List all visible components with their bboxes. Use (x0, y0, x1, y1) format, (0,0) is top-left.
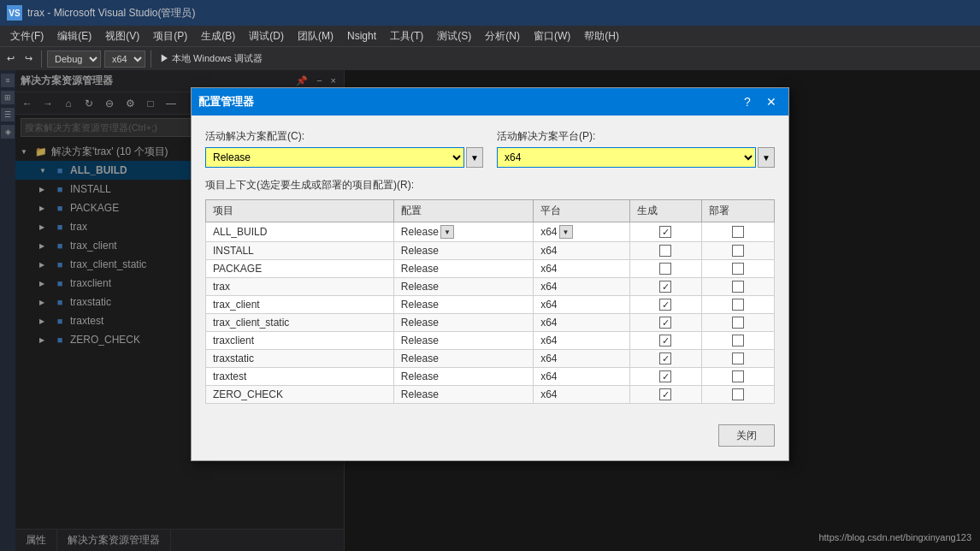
config-with-dropdown: Release▼ (401, 225, 526, 239)
active-platform-select[interactable]: x64 (497, 147, 756, 168)
deploy-checkbox[interactable] (732, 388, 744, 400)
cell-build (629, 296, 702, 314)
deploy-checkbox[interactable] (732, 245, 744, 257)
cell-deploy (702, 242, 775, 260)
platform-dropdown-btn[interactable]: ▼ (559, 225, 573, 239)
table-row: INSTALLReleasex64 (206, 242, 775, 260)
col-build: 生成 (629, 200, 702, 222)
main-area: ≡ ⊞ ☰ ◈ 解决方案资源管理器 📌 − × ← → ⌂ ↻ ⊖ ⚙ □ — … (0, 70, 980, 551)
dialog-close-button[interactable]: ✕ (761, 92, 782, 112)
cell-project: trax_client (206, 296, 394, 314)
menu-nsight[interactable]: Nsight (340, 28, 383, 44)
cell-config: Release (393, 386, 533, 404)
build-checkbox[interactable] (659, 245, 671, 257)
project-context-label: 项目上下文(选定要生成或部署的项目配置)(R): (205, 178, 775, 193)
menu-file[interactable]: 文件(F) (3, 27, 50, 45)
cell-build (629, 350, 702, 368)
col-project: 项目 (206, 200, 394, 222)
build-checkbox[interactable] (659, 388, 671, 400)
cell-platform: x64 (534, 296, 629, 314)
menu-test[interactable]: 测试(S) (430, 27, 478, 45)
cell-platform: x64 (534, 260, 629, 278)
project-table: 项目 配置 平台 生成 部署 ALL_BUILDRelease▼x64▼INST… (205, 199, 775, 404)
config-row: 活动解决方案配置(C): Release ▼ 活动解决方案平台(P): (205, 129, 775, 168)
run-debugger-button[interactable]: ▶ 本地 Windows 调试器 (156, 51, 266, 66)
config-manager-dialog: 配置管理器 ? ✕ 活动解决方案配置(C): Release ▼ (191, 87, 789, 461)
active-config-dropdown-btn[interactable]: ▼ (466, 147, 483, 168)
table-row: trax_clientReleasex64 (206, 296, 775, 314)
build-checkbox[interactable] (659, 353, 671, 364)
build-checkbox[interactable] (659, 281, 671, 293)
build-checkbox[interactable] (659, 335, 671, 347)
build-checkbox[interactable] (659, 317, 671, 329)
cell-project: traxstatic (206, 350, 394, 368)
cell-platform: x64 (534, 386, 629, 404)
cell-deploy (702, 332, 775, 350)
cell-config: Release (393, 368, 533, 386)
cell-platform: x64 (534, 242, 629, 260)
deploy-checkbox[interactable] (732, 281, 744, 293)
menu-window[interactable]: 窗口(W) (527, 27, 577, 45)
active-platform-dropdown-btn[interactable]: ▼ (758, 147, 775, 168)
cell-build (629, 260, 702, 278)
active-config-select[interactable]: Release (205, 147, 464, 168)
dialog-help-button[interactable]: ? (737, 92, 758, 112)
cell-platform: x64▼ (534, 222, 629, 242)
cell-project: traxclient (206, 332, 394, 350)
cell-config: Release (393, 296, 533, 314)
cell-config: Release (393, 350, 533, 368)
cell-config: Release (393, 260, 533, 278)
menu-build[interactable]: 生成(B) (194, 27, 242, 45)
menu-help[interactable]: 帮助(H) (577, 27, 626, 45)
deploy-checkbox[interactable] (732, 226, 744, 238)
cell-project: ZERO_CHECK (206, 386, 394, 404)
deploy-checkbox[interactable] (732, 353, 744, 364)
title-bar: VS trax - Microsoft Visual Studio(管理员) (0, 0, 980, 26)
dialog-title: 配置管理器 (198, 94, 254, 110)
cell-project: trax_client_static (206, 314, 394, 332)
deploy-checkbox[interactable] (732, 370, 744, 382)
toolbar-undo[interactable]: ↩ (3, 52, 18, 65)
build-checkbox[interactable] (659, 263, 671, 275)
menu-tools[interactable]: 工具(T) (383, 27, 430, 45)
build-checkbox[interactable] (659, 226, 671, 238)
deploy-checkbox[interactable] (732, 335, 744, 347)
active-config-label: 活动解决方案配置(C): (205, 129, 483, 144)
table-row: ZERO_CHECKReleasex64 (206, 386, 775, 404)
close-dialog-button[interactable]: 关闭 (718, 424, 775, 447)
cell-deploy (702, 386, 775, 404)
cell-build (629, 242, 702, 260)
table-row: traxclientReleasex64 (206, 332, 775, 350)
deploy-checkbox[interactable] (732, 317, 744, 329)
cell-config: Release▼ (393, 222, 533, 242)
app-icon: VS (7, 5, 22, 21)
menu-view[interactable]: 视图(V) (98, 27, 146, 45)
title-text: trax - Microsoft Visual Studio(管理员) (27, 6, 196, 21)
active-platform-group: 活动解决方案平台(P): x64 ▼ (497, 129, 775, 168)
active-platform-label: 活动解决方案平台(P): (497, 129, 775, 144)
menu-edit[interactable]: 编辑(E) (50, 27, 98, 45)
cell-config: Release (393, 242, 533, 260)
menu-debug[interactable]: 调试(D) (242, 27, 291, 45)
build-checkbox[interactable] (659, 299, 671, 311)
cell-build (629, 222, 702, 242)
config-dropdown-btn[interactable]: ▼ (440, 225, 454, 239)
cell-deploy (702, 350, 775, 368)
platform-select[interactable]: x64 (104, 50, 145, 68)
dialog-body: 活动解决方案配置(C): Release ▼ 活动解决方案平台(P): (192, 116, 788, 418)
toolbar-redo[interactable]: ↪ (21, 52, 36, 65)
menu-bar: 文件(F) 编辑(E) 视图(V) 项目(P) 生成(B) 调试(D) 团队(M… (0, 26, 980, 46)
toolbar: ↩ ↪ Debug x64 ▶ 本地 Windows 调试器 (0, 46, 980, 70)
debug-config-select[interactable]: Debug (47, 50, 101, 68)
menu-project[interactable]: 项目(P) (146, 27, 194, 45)
deploy-checkbox[interactable] (732, 263, 744, 275)
menu-team[interactable]: 团队(M) (291, 27, 340, 45)
cell-config: Release (393, 278, 533, 296)
menu-analyze[interactable]: 分析(N) (478, 27, 527, 45)
svg-text:VS: VS (9, 9, 21, 18)
deploy-checkbox[interactable] (732, 299, 744, 311)
cell-platform: x64 (534, 332, 629, 350)
cell-project: INSTALL (206, 242, 394, 260)
build-checkbox[interactable] (659, 370, 671, 382)
col-config: 配置 (393, 200, 533, 222)
